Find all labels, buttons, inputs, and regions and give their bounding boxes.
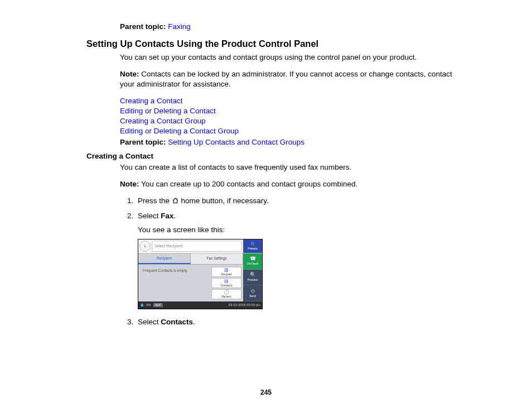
status-adf: ADF (153, 303, 163, 308)
side-onhook: ☎ On Hook (243, 253, 262, 270)
intro-paragraph: You can set up your contacts and contact… (120, 52, 465, 63)
note-label: Note: (120, 70, 139, 78)
phone-icon: ☎ (250, 256, 256, 261)
subheading-creating-contact: Creating a Contact (86, 152, 465, 160)
tab-recipient: Recipient (138, 253, 191, 264)
side-preview: 🔍 Preview (243, 270, 262, 286)
note-text: Contacts can be locked by an administrat… (120, 70, 452, 88)
note-text-2: You can create up to 200 contacts and co… (139, 180, 358, 188)
status-time: 03-22-2018 05:09 pm (229, 303, 260, 307)
recipient-input: Select Recipient. (152, 241, 242, 252)
note-label-2: Note: (120, 180, 139, 188)
link-creating-contact[interactable]: Creating a Contact (120, 97, 183, 105)
recent-button: 🕔 Recent (211, 289, 241, 299)
parent-topic-label-2: Parent topic: (120, 138, 166, 146)
sub-intro: You can create a list of contacts to sav… (120, 162, 465, 173)
side-presets: Presets (248, 247, 258, 251)
step-2: Select Fax. You see a screen like this: … (136, 211, 465, 309)
note-1: Note: Contacts can be locked by an admin… (120, 69, 465, 89)
send-diamond-icon: ◇ (251, 289, 255, 294)
step-3: Select Contacts. (136, 317, 465, 328)
side-send: ◇ Send (243, 285, 262, 301)
steps-list: Press the home button, if necessary. Sel… (120, 196, 465, 327)
link-editing-deleting-contact-group[interactable]: Editing or Deleting a Contact Group (120, 127, 239, 135)
parent-topic-top: Parent topic: Faxing (120, 22, 465, 31)
parent-topic-label: Parent topic: (120, 22, 166, 31)
star-icon: ☆ (250, 241, 255, 246)
keypad-icon: ▥ (212, 268, 241, 272)
parent-topic-bottom: Parent topic: Setting Up Contacts and Co… (120, 137, 465, 147)
section-heading: Setting Up Contacts Using the Product Co… (86, 39, 465, 49)
back-icon: ‹ (139, 241, 151, 252)
product-screen: ‹ Select Recipient. ☆ Presets Recipient (138, 239, 263, 309)
note-2: Note: You can create up to 200 contacts … (120, 179, 465, 189)
empty-contacts-text: Frequent Contacts is empty. (138, 265, 210, 274)
step-1: Press the home button, if necessary. (136, 196, 465, 207)
status-bar: 💧 0% ADF 03-22-2018 05:09 pm (138, 301, 262, 308)
parent-topic-link-faxing[interactable]: Faxing (168, 22, 191, 31)
home-icon (172, 197, 179, 204)
link-editing-deleting-contact[interactable]: Editing or Deleting a Contact (120, 107, 216, 115)
step-2-subtext: You see a screen like this: (138, 225, 465, 236)
status-pct: 0% (146, 303, 151, 307)
contacts-icon: ▤ (212, 279, 241, 284)
preview-icon: 🔍 (250, 272, 256, 277)
recent-icon: 🕔 (212, 290, 241, 295)
drop-icon: 💧 (140, 303, 144, 307)
page-number: 245 (0, 389, 532, 396)
contacts-button: ▤ Contacts (211, 278, 241, 288)
tab-fax-settings: Fax Settings (191, 253, 243, 264)
link-creating-contact-group[interactable]: Creating a Contact Group (120, 117, 206, 125)
parent-topic-link-setting-up[interactable]: Setting Up Contacts and Contact Groups (168, 138, 304, 146)
keypad-button: ▥ Keypad (211, 267, 241, 277)
related-links: Creating a Contact Editing or Deleting a… (120, 97, 465, 135)
